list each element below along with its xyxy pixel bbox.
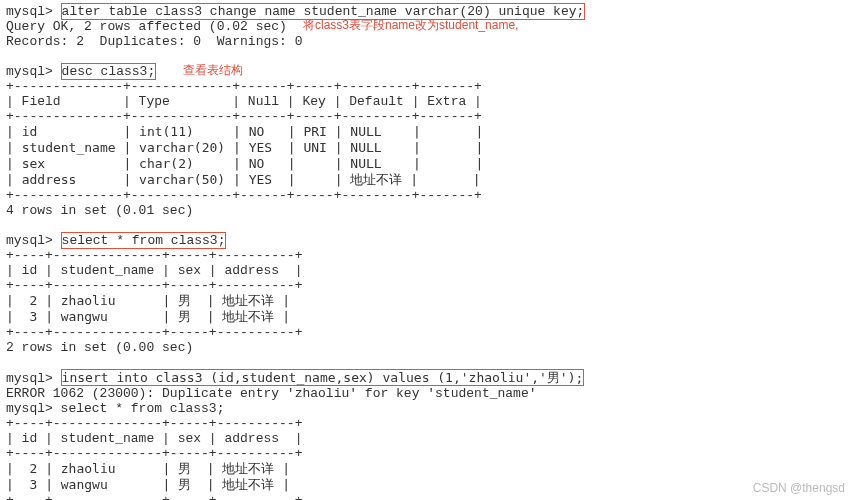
result-line: Records: 2 Duplicates: 0 Warnings: 0	[6, 34, 302, 49]
annotation-rename-field: 将class3表字段name改为student_name,	[303, 18, 518, 33]
table-row: | 2 | zhaoliu | 男 | 地址不详 |	[6, 293, 290, 308]
table-row: | address | varchar(50) | YES | | 地址不详 |…	[6, 172, 481, 187]
prompt: mysql>	[6, 64, 61, 79]
prompt: mysql>	[6, 233, 61, 248]
table-sep: +----+--------------+-----+----------+	[6, 278, 302, 293]
table-row: | sex | char(2) | NO | | NULL | |	[6, 156, 483, 171]
table-header: | id | student_name | sex | address |	[6, 431, 302, 446]
table-sep: +--------------+-------------+------+---…	[6, 188, 482, 203]
table-header: | id | student_name | sex | address |	[6, 263, 302, 278]
sql-select: select * from class3;	[61, 401, 225, 416]
annotation-view-structure: 查看表结构	[183, 63, 243, 78]
table-sep: +--------------+-------------+------+---…	[6, 79, 482, 94]
table-sep: +----+--------------+-----+----------+	[6, 416, 302, 431]
summary-line: 2 rows in set (0.00 sec)	[6, 340, 193, 355]
prompt: mysql>	[6, 4, 61, 19]
table-sep: +----+--------------+-----+----------+	[6, 446, 302, 461]
table-row: | 2 | zhaoliu | 男 | 地址不详 |	[6, 461, 290, 476]
table-row: | 3 | wangwu | 男 | 地址不详 |	[6, 477, 290, 492]
table-sep: +----+--------------+-----+----------+	[6, 248, 302, 263]
result-line: Query OK, 2 rows affected (0.02 sec)	[6, 19, 287, 34]
error-line: ERROR 1062 (23000): Duplicate entry 'zha…	[6, 386, 537, 401]
watermark: CSDN @thengsd	[753, 481, 845, 496]
table-sep: +--------------+-------------+------+---…	[6, 109, 482, 124]
table-sep: +----+--------------+-----+----------+	[6, 493, 302, 500]
table-header: | Field | Type | Null | Key | Default | …	[6, 94, 482, 109]
table-row: | 3 | wangwu | 男 | 地址不详 |	[6, 309, 290, 324]
sql-select: select * from class3;	[61, 232, 227, 249]
table-sep: +----+--------------+-----+----------+	[6, 325, 302, 340]
table-row: | student_name | varchar(20) | YES | UNI…	[6, 140, 483, 155]
summary-line: 4 rows in set (0.01 sec)	[6, 203, 193, 218]
table-row: | id | int(11) | NO | PRI | NULL | |	[6, 124, 483, 139]
sql-insert: insert into class3 (id,student_name,sex)…	[61, 369, 585, 386]
sql-desc: desc class3;	[61, 63, 157, 80]
mysql-terminal-output: mysql> alter table class3 change name st…	[0, 0, 853, 500]
prompt: mysql>	[6, 371, 61, 386]
prompt: mysql>	[6, 401, 61, 416]
